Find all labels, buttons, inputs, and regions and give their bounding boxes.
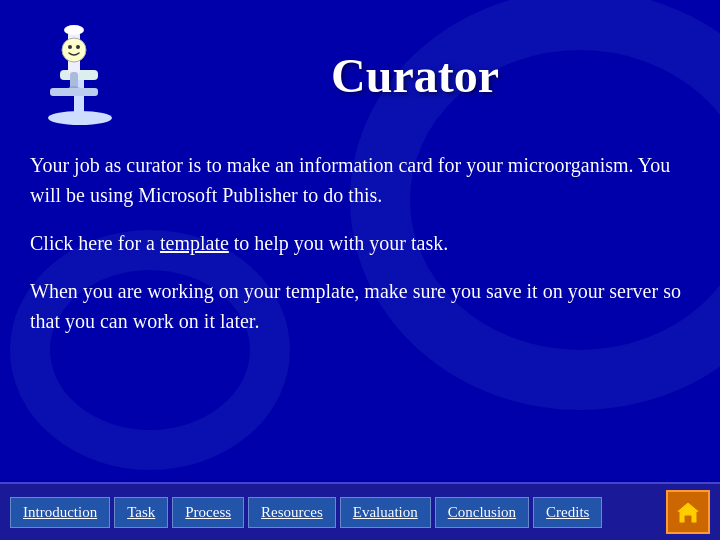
nav-items: IntroductionTaskProcessResourcesEvaluati…: [10, 497, 666, 528]
svg-point-12: [76, 45, 80, 49]
paragraph-1: Your job as curator is to make an inform…: [30, 150, 690, 210]
svg-point-10: [62, 38, 86, 62]
svg-rect-9: [50, 88, 98, 96]
svg-point-11: [68, 45, 72, 49]
template-link[interactable]: template: [160, 232, 229, 254]
nav-item-resources[interactable]: Resources: [248, 497, 336, 528]
microscope-icon: [30, 20, 130, 130]
paragraph-2-suffix: to help you with your task.: [229, 232, 448, 254]
nav-item-evaluation[interactable]: Evaluation: [340, 497, 431, 528]
nav-item-process[interactable]: Process: [172, 497, 244, 528]
nav-item-credits[interactable]: Credits: [533, 497, 602, 528]
home-icon: [674, 498, 702, 526]
svg-marker-13: [676, 502, 700, 523]
paragraph-2-prefix: Click here for a: [30, 232, 160, 254]
paragraph-3: When you are working on your template, m…: [30, 276, 690, 336]
nav-item-conclusion[interactable]: Conclusion: [435, 497, 529, 528]
main-content: Curator Your job as curator is to make a…: [0, 0, 720, 480]
svg-point-6: [64, 25, 84, 35]
paragraph-2: Click here for a template to help you wi…: [30, 228, 690, 258]
nav-bar: IntroductionTaskProcessResourcesEvaluati…: [0, 482, 720, 540]
home-button[interactable]: [666, 490, 710, 534]
nav-item-task[interactable]: Task: [114, 497, 168, 528]
header-area: Curator: [30, 20, 690, 130]
page-title: Curator: [140, 48, 690, 103]
nav-item-introduction[interactable]: Introduction: [10, 497, 110, 528]
